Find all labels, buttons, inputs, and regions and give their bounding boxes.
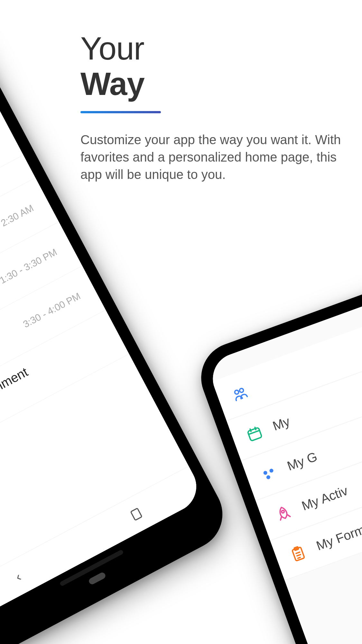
event-details: Upload English assignment: [0, 365, 30, 451]
people-icon: [228, 382, 252, 405]
event-time: 3:30 - 4:00 PM: [21, 291, 82, 330]
svg-point-5: [269, 468, 274, 473]
svg-point-1: [234, 389, 239, 394]
rocket-icon: [272, 502, 295, 525]
hero-title-light: Your: [80, 31, 341, 66]
phone-frame: My My G My Activ: [191, 257, 362, 644]
menu-label: My G: [285, 449, 319, 473]
svg-point-4: [263, 470, 268, 475]
back-icon[interactable]: ‹: [13, 569, 23, 584]
menu-label: My: [271, 414, 292, 434]
hero-block: Your Way Customize your app the way you …: [80, 31, 341, 183]
recents-icon[interactable]: [127, 505, 145, 523]
svg-point-8: [281, 510, 284, 513]
phone-mockup-right: My My G My Activ: [191, 257, 362, 644]
event-title: Upload English assignment: [0, 365, 30, 451]
svg-point-2: [239, 388, 244, 393]
dots-icon: [257, 462, 281, 485]
hero-underline: [80, 111, 161, 113]
phone-home-indicator: [88, 572, 107, 585]
event-time: 1:30 - 3:30 PM: [0, 247, 59, 286]
svg-point-6: [266, 475, 271, 480]
hero-title-bold: Way: [80, 66, 341, 101]
promo-canvas: Your Way Customize your app the way you …: [0, 0, 362, 644]
clipboard-icon: [286, 542, 310, 565]
calendar-icon: [243, 422, 266, 445]
menu-panel: My My G My Activ: [206, 272, 362, 644]
phone-screen: My My G My Activ: [206, 272, 362, 644]
android-navbar: ‹: [0, 466, 205, 623]
menu-label: My Activ: [300, 483, 350, 513]
hero-description: Customize your app the way you want it. …: [80, 131, 341, 183]
